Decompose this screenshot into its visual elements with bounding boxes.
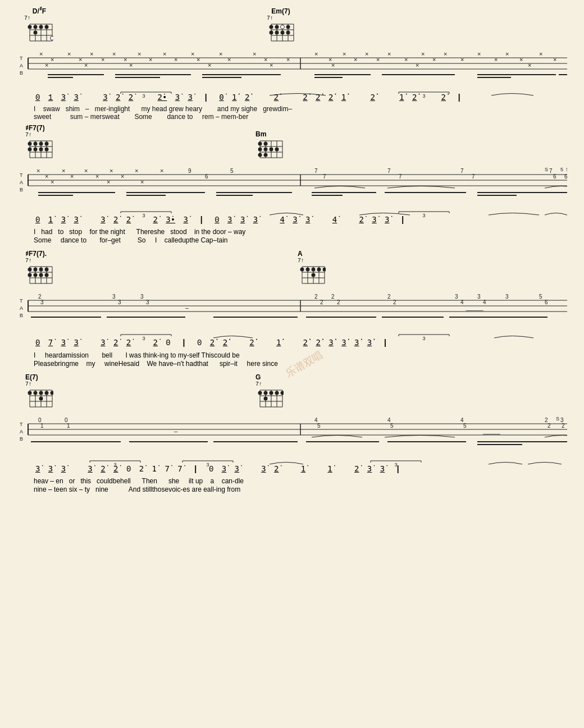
note-2-4: 2̇̇ [274,93,279,102]
chord-name-bm: Bm [256,130,284,138]
n3-2e: 2̇̇ [223,338,227,347]
svg-text:6: 6 [545,299,548,305]
chord-diagrams-row-4: E(7) 7↑ [17,373,567,413]
svg-point-269 [45,391,49,395]
svg-point-117 [45,148,49,152]
n2-3a: 3̇ [61,216,66,225]
svg-point-116 [39,148,43,152]
note-3-1: 3̇ [61,93,66,102]
svg-point-112 [39,142,43,146]
svg-text:×: × [421,51,425,57]
svg-text:×: × [62,167,65,174]
n2-bar2: | [400,216,405,225]
svg-text:6: 6 [205,173,208,180]
svg-text:7: 7 [399,173,402,180]
space-6 [385,93,389,102]
svg-text:4: 4 [460,299,464,305]
svg-point-24 [270,25,273,29]
svg-text:×: × [444,51,447,57]
lyrics-row-4b: nine – teen six – ty nine And stillthose… [17,485,567,497]
svg-point-113 [45,142,49,146]
space-4 [288,93,293,102]
n4-2c: 2̇ [139,465,144,474]
note-3-2: 3̇ [74,93,78,102]
note-1-1: 1 [48,93,53,102]
n2-2a: 2̇ [113,216,118,225]
barline-2: | [457,93,461,102]
svg-point-199 [45,268,49,272]
note-0-2: 0̇ [219,93,223,102]
lyric-4b: nine – teen six – ty nine And stillthose… [34,486,240,493]
svg-text:×: × [107,178,110,185]
svg-text:B: B [20,187,23,193]
n2-2b: 2̇ [126,216,131,225]
svg-text:_____: _____ [466,304,483,311]
svg-text:×: × [70,173,74,180]
chord-grid-daf [25,21,53,44]
svg-text:5: 5 [317,423,321,429]
svg-text:6: 6 [564,173,567,180]
svg-text:×: × [160,167,163,174]
svg-text:5: 5 [463,423,467,429]
svg-point-283 [270,391,273,395]
svg-text:×: × [39,51,43,57]
n2-3j: 3̇ [305,216,310,225]
svg-text:5: 5 [390,423,394,429]
svg-text:×: × [553,56,556,63]
chord-name-daf: D/♯F [25,6,53,15]
svg-text:A: A [20,429,23,434]
svg-point-217 [323,268,326,272]
svg-text:×: × [149,56,152,63]
lyrics-row-1a: I swaw shim – mer-inglight my head grew … [17,105,567,113]
svg-text:3: 3 [112,294,116,300]
svg-text:×: × [163,51,166,57]
n3-bar1: | [181,338,186,347]
svg-point-200 [28,273,32,277]
chord-fret-em7-1: 7↑ [267,15,295,21]
note-2-8: 2̇̇ [370,93,375,102]
svg-text:A: A [20,63,23,68]
n2-3l: 3̇ [385,216,389,225]
svg-text:2: 2 [393,299,396,305]
chord-name-f7: ♯F7(7) [25,124,53,132]
svg-point-14 [51,36,54,40]
svg-point-282 [264,391,268,395]
n2-2d: 2̇ [359,216,363,225]
svg-text:×: × [191,51,194,57]
svg-text:×: × [505,51,509,57]
notation-row-4: 3 3 3 3̇ 3̇ 3̇ 3̇ 2̇ 2̇ 0 2̇ 1̇ 7̇ 7̇ | … [17,460,567,477]
lyrics-row-1b: sweet sum – mersweat Some dance to rem –… [17,113,567,122]
tab-staff-3: T A B 2 3 3 2 2 2 3 3 3 5 3 3 3 2 2 [17,290,567,332]
n4-3g: 3̇ [261,465,266,474]
svg-text:S: S [545,167,548,172]
svg-point-31 [286,31,290,35]
svg-text:×: × [84,62,88,68]
svg-point-129 [258,148,262,152]
n4-3h: 3̇ [367,465,372,474]
space-5 [356,93,361,102]
n4-3c: 3̇ [61,465,66,474]
n4-0: 0 [126,465,131,474]
svg-point-134 [264,153,268,157]
chord-name-a: A [298,250,326,258]
svg-text:3: 3 [455,294,458,300]
lyric-2a: I had to stop for the night Thereshe sto… [34,228,245,236]
svg-text:3: 3 [40,299,44,305]
svg-point-213 [300,268,304,272]
chord-diagrams-row-1: D/♯F 7↑ [17,6,567,47]
svg-text:3: 3 [140,294,144,300]
svg-point-111 [34,142,38,146]
svg-point-27 [286,25,290,29]
svg-point-285 [281,391,284,395]
svg-point-218 [312,273,316,277]
n3-2g: 2̇̇ [303,338,308,347]
svg-text:×: × [460,56,464,63]
svg-text:–: – [185,304,189,311]
svg-point-115 [34,148,38,152]
lyric-1a: I swaw shim – mer-inglight my head grew … [34,105,292,113]
svg-text:×: × [404,56,408,63]
svg-text:×: × [494,56,498,63]
svg-text:×: × [416,62,419,68]
chord-grid-a [298,264,326,286]
n2-3k: 3̇ [372,216,376,225]
